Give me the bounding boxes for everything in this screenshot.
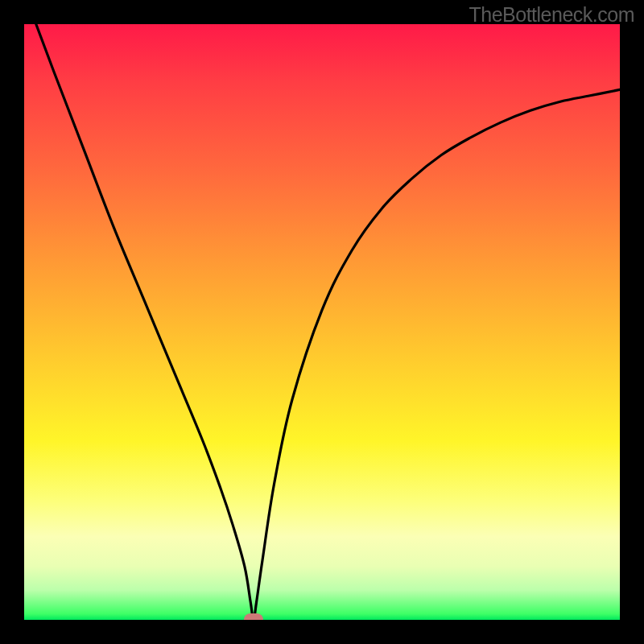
bottleneck-curve [24, 24, 620, 620]
chart-frame [24, 24, 620, 620]
optimal-point-marker [244, 613, 263, 620]
watermark-text: TheBottleneck.com [469, 3, 635, 27]
